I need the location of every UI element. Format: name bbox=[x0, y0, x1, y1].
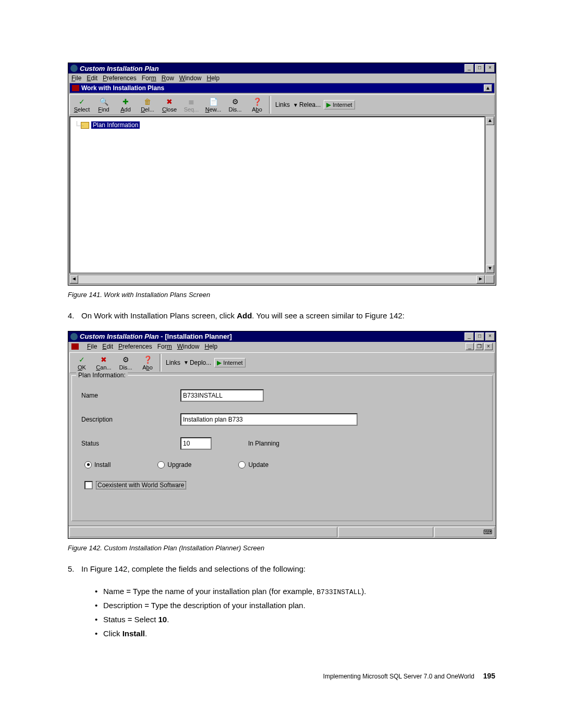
menu-file[interactable]: File bbox=[71, 75, 81, 82]
toolbar: ✓OK ✖Can... ⚙Dis... ❓Abo Links ▼Deplo...… bbox=[69, 352, 495, 373]
name-field[interactable] bbox=[180, 389, 264, 402]
close-form-button[interactable]: ✖Close bbox=[158, 97, 180, 113]
window-title: Custom Installation Plan - [Installation… bbox=[80, 332, 463, 340]
minimize-button[interactable]: _ bbox=[464, 332, 474, 341]
menubar: File Edit Preferences Form Row Window He… bbox=[68, 73, 496, 83]
app-icon bbox=[70, 65, 78, 72]
links-label: Links bbox=[275, 101, 290, 108]
menu-window[interactable]: Window bbox=[177, 343, 200, 350]
titlebar: Custom Installation Plan _ □ × bbox=[68, 63, 496, 73]
vertical-scrollbar[interactable]: ▲ ▼ bbox=[485, 116, 495, 274]
radio-upgrade[interactable]: Upgrade bbox=[157, 461, 191, 468]
menu-edit[interactable]: Edit bbox=[102, 343, 113, 350]
plan-information-group: Plan Information: Name Description Statu… bbox=[71, 375, 493, 521]
window-title: Custom Installation Plan bbox=[80, 65, 463, 72]
installation-planner-window: Custom Installation Plan - [Installation… bbox=[68, 331, 496, 539]
titlebar: Custom Installation Plan - [Installation… bbox=[68, 331, 496, 342]
select-button[interactable]: ✓Select bbox=[71, 97, 93, 113]
mdi-restore-button[interactable]: ❐ bbox=[475, 343, 483, 350]
seq-button[interactable]: ≣Seq... bbox=[180, 97, 202, 113]
close-button[interactable]: × bbox=[485, 332, 495, 341]
mdi-icon bbox=[71, 343, 79, 350]
maximize-button[interactable]: □ bbox=[475, 332, 484, 341]
menu-preferences[interactable]: Preferences bbox=[103, 75, 137, 82]
status-field[interactable] bbox=[180, 437, 212, 450]
internet-link[interactable]: ▶Internet bbox=[324, 100, 354, 109]
toolbar-divider bbox=[160, 354, 162, 372]
menu-help[interactable]: Help bbox=[204, 343, 217, 350]
maximize-button[interactable]: □ bbox=[475, 64, 484, 72]
menu-file[interactable]: File bbox=[87, 343, 97, 350]
delete-button[interactable]: 🗑Del... bbox=[137, 97, 158, 113]
menu-window[interactable]: Window bbox=[179, 75, 202, 82]
internet-link[interactable]: ▶Internet bbox=[214, 358, 245, 367]
status-cell-1 bbox=[69, 527, 337, 537]
mdi-close-button[interactable]: × bbox=[484, 343, 493, 350]
dis-button[interactable]: ⚙Dis... bbox=[115, 355, 137, 371]
new-button[interactable]: 📄New... bbox=[202, 97, 224, 113]
bullet-name: • Name = Type the name of your installat… bbox=[95, 584, 495, 598]
cancel-button[interactable]: ✖Can... bbox=[93, 355, 115, 371]
app-icon bbox=[70, 333, 78, 340]
toolbar: ✓Select 🔍Find ✚Add 🗑Del... ✖Close ≣Seq..… bbox=[69, 94, 495, 115]
relea-dropdown[interactable]: ▼Relea... bbox=[293, 101, 321, 108]
about-button[interactable]: ❓Abo bbox=[246, 97, 268, 113]
radio-group: Install Upgrade Update bbox=[84, 461, 483, 468]
mdi-minimize-button[interactable]: _ bbox=[466, 343, 474, 350]
links-label: Links bbox=[166, 359, 180, 366]
figure-caption-141: Figure 141. Work with Installation Plans… bbox=[68, 291, 495, 299]
step-number: 4. bbox=[68, 310, 81, 322]
name-label: Name bbox=[81, 392, 180, 399]
coexistent-checkbox[interactable] bbox=[84, 481, 93, 489]
description-field[interactable] bbox=[180, 413, 358, 426]
bullet-list: • Name = Type the name of your installat… bbox=[95, 584, 495, 640]
description-label: Description bbox=[81, 416, 180, 423]
bullet-description: • Description = Type the description of … bbox=[95, 598, 495, 612]
menu-form[interactable]: Form bbox=[157, 343, 172, 350]
step-text: In Figure 142, complete the fields and s… bbox=[81, 563, 305, 575]
work-with-plans-window: Custom Installation Plan _ □ × File Edit… bbox=[68, 63, 496, 286]
radio-install[interactable]: Install bbox=[84, 461, 111, 468]
menu-preferences[interactable]: Preferences bbox=[118, 343, 152, 350]
toolbar-divider bbox=[269, 96, 271, 114]
step-4: 4. On Work with Installation Plans scree… bbox=[68, 310, 495, 322]
status-cell-2 bbox=[338, 527, 433, 537]
add-button[interactable]: ✚Add bbox=[115, 97, 137, 113]
about-button[interactable]: ❓Abo bbox=[137, 355, 158, 371]
menu-edit[interactable]: Edit bbox=[87, 75, 97, 82]
step-5: 5. In Figure 142, complete the fields an… bbox=[68, 563, 495, 575]
step-number: 5. bbox=[68, 563, 81, 575]
find-button[interactable]: 🔍Find bbox=[93, 97, 115, 113]
tree-view[interactable]: Plan Information bbox=[69, 116, 485, 274]
ok-button[interactable]: ✓OK bbox=[71, 355, 93, 371]
status-bar: ⌨ bbox=[68, 525, 496, 538]
tree-item-plan-information[interactable]: Plan Information bbox=[81, 121, 484, 129]
menu-form[interactable]: Form bbox=[142, 75, 156, 82]
dis-button[interactable]: ⚙Dis... bbox=[224, 97, 246, 113]
document-page: Custom Installation Plan _ □ × File Edit… bbox=[0, 0, 563, 711]
horizontal-scrollbar[interactable]: ◄ ► bbox=[69, 275, 495, 284]
mdi-scroll-up[interactable]: ▲ bbox=[484, 84, 492, 92]
mdi-icon bbox=[72, 85, 79, 91]
figure-caption-142: Figure 142. Custom Installation Plan (In… bbox=[68, 544, 495, 552]
resize-grip[interactable] bbox=[485, 275, 494, 283]
coexistent-label: Coexistent with World Software bbox=[96, 481, 186, 489]
close-button[interactable]: × bbox=[485, 64, 495, 72]
status-cell-3: ⌨ bbox=[434, 527, 495, 537]
keyboard-icon: ⌨ bbox=[483, 528, 492, 536]
page-number: 195 bbox=[483, 672, 495, 680]
bullet-install: • Click Install. bbox=[95, 626, 495, 640]
bullet-status: • Status = Select 10. bbox=[95, 612, 495, 626]
footer-text: Implementing Microsoft SQL Server 7.0 an… bbox=[323, 673, 474, 680]
group-legend: Plan Information: bbox=[76, 372, 128, 379]
menu-help[interactable]: Help bbox=[206, 75, 219, 82]
menubar: File Edit Preferences Form Window Help _… bbox=[68, 342, 496, 351]
deplo-dropdown[interactable]: ▼Deplo... bbox=[183, 359, 211, 366]
radio-update[interactable]: Update bbox=[238, 461, 268, 468]
form-area: Plan Information: Name Description Statu… bbox=[71, 375, 493, 521]
mdi-title: Work with Installation Plans bbox=[81, 84, 164, 92]
menu-row[interactable]: Row bbox=[162, 75, 174, 82]
minimize-button[interactable]: _ bbox=[464, 64, 474, 72]
status-text: In Planning bbox=[248, 440, 279, 447]
page-footer: Implementing Microsoft SQL Server 7.0 an… bbox=[68, 672, 495, 680]
